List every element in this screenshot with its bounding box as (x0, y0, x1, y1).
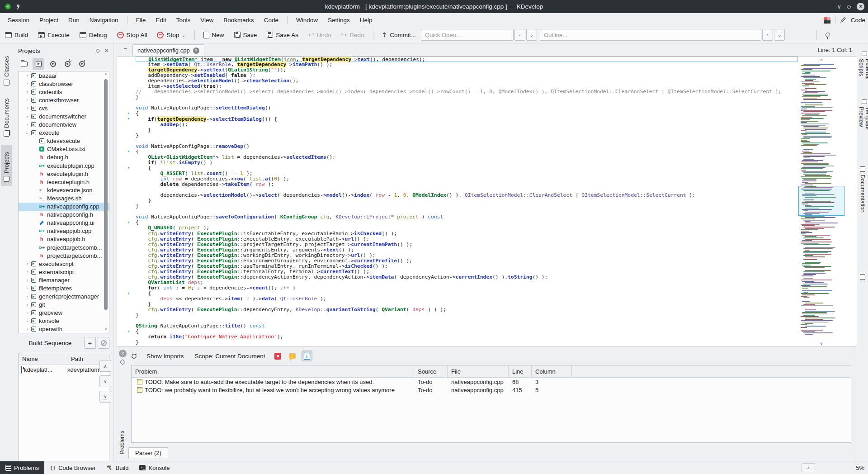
quick-open-dropdown[interactable]: ⌄ (526, 29, 537, 41)
minimap-down-icon[interactable]: ∨ (798, 341, 845, 346)
tree-item-nativeappconfig-cpp[interactable]: c++nativeappconfig.cpp (19, 203, 109, 211)
code-line[interactable]: cfg.writeEntry( ExecutePlugin::dependenc… (136, 275, 798, 280)
stop-button[interactable]: Stop⌄ (153, 29, 189, 41)
chevron-collapsed-icon[interactable]: › (24, 73, 30, 78)
col-column[interactable]: Column (532, 365, 572, 377)
code-line[interactable]: dependencies->selectionModel()->select( … (136, 193, 798, 198)
stop-all-button[interactable]: Stop All (113, 29, 151, 41)
minimap-viewport[interactable] (798, 186, 844, 216)
tree-item-nativeappconfig-h[interactable]: hnativeappconfig.h (19, 211, 109, 219)
project-settings-button[interactable] (76, 58, 88, 70)
code-line[interactable]: void NativeAppConfigPage::saveToConfigur… (136, 214, 798, 220)
tree-item-genericprojectmanager[interactable]: ›genericprojectmanager (19, 293, 109, 301)
tree-item-cmakelists-txt[interactable]: CMakeLists.txt (19, 145, 109, 153)
col-problem[interactable]: Problem (132, 365, 414, 377)
code-area[interactable]: QListWidgetItem* item = new QListWidgetI… (136, 57, 798, 346)
tree-item-nativeappjob-h[interactable]: hnativeappjob.h (19, 235, 109, 243)
code-line[interactable]: QList<QListWidgetItem*> list = dependenc… (136, 155, 798, 160)
code-line[interactable]: } (136, 340, 798, 345)
code-line[interactable]: { (136, 220, 798, 225)
code-line[interactable]: } (136, 204, 798, 209)
chevron-collapsed-icon[interactable]: › (24, 278, 30, 282)
build-button[interactable]: Build (1, 29, 32, 41)
chevron-collapsed-icon[interactable]: › (24, 294, 30, 299)
tree-item-classbrowser[interactable]: ›classbrowser (19, 80, 109, 88)
code-line[interactable]: } (136, 95, 798, 100)
dock-tab-documents[interactable]: Documents (1, 94, 12, 141)
chevron-collapsed-icon[interactable]: › (24, 81, 30, 86)
tree-item-debug-h[interactable]: hdebug.h (19, 153, 109, 161)
tab-nativeappconfig[interactable]: nativeappconfig.cpp × (132, 44, 204, 56)
tree-item-git[interactable]: ›git (19, 301, 109, 309)
tree-item-grepview[interactable]: ›grepview (19, 309, 109, 317)
code-line[interactable]: void NativeAppConfigPage::selectItemDial… (136, 105, 798, 111)
menu-window[interactable]: Window (292, 14, 322, 26)
code-line[interactable]: QString NativeAppConfigPage::title() con… (136, 323, 798, 329)
code-line[interactable]: void NativeAppConfigPage::removeDep() (136, 144, 798, 149)
tree-item-projecttargetscomb-[interactable]: hprojecttargetscomb... (19, 251, 109, 260)
tree-item-nativeappconfig-ui[interactable]: nativeappconfig.ui (19, 219, 109, 227)
chevron-collapsed-icon[interactable]: › (24, 261, 30, 266)
scroll-up-icon[interactable]: ∧ (103, 72, 108, 77)
close-tab-icon[interactable]: × (193, 47, 199, 54)
area-grid-icon[interactable] (824, 17, 830, 24)
tree-item-filetemplates[interactable]: ›filetemplates (19, 284, 109, 292)
code-line[interactable]: } (136, 313, 798, 318)
execute-button[interactable]: Execute (34, 29, 73, 41)
outline-dropdown[interactable]: ⌄ (774, 29, 785, 41)
tree-item-bazaar[interactable]: ›bazaar (19, 71, 109, 80)
fold-marker-icon[interactable]: ▼ (127, 166, 130, 169)
code-line[interactable]: delete dependencies->takeItem( row ); (136, 182, 798, 187)
add-to-build-sequence-button[interactable]: + (84, 337, 96, 349)
code-line[interactable]: addDep(); (136, 122, 798, 128)
editor-gutter[interactable]: ▼▼▼▼▼▼▼ (117, 57, 135, 346)
statusbar-problems-button[interactable]: Problems (0, 461, 44, 474)
menu-tools[interactable]: Tools (172, 14, 195, 26)
tree-item-nativeappjob-cpp[interactable]: c++nativeappjob.cpp (19, 227, 109, 235)
chevron-collapsed-icon[interactable]: › (24, 319, 30, 323)
tree-item-contextbrowser[interactable]: ›contextbrowser (19, 96, 109, 104)
fold-marker-icon[interactable]: ▼ (127, 117, 130, 120)
dock-tab-classes[interactable]: Classes (1, 47, 12, 90)
redo-button[interactable]: ↪Redo (338, 28, 368, 41)
code-line[interactable]: return i18n("Configure Native Applicatio… (136, 334, 798, 340)
area-code-button[interactable]: Code (851, 17, 865, 24)
filter-hints-button[interactable]: i (302, 351, 312, 361)
debug-button[interactable]: Debug (76, 29, 111, 41)
menu-code[interactable]: Code (260, 14, 283, 26)
tree-item-externalscript[interactable]: ›externalscript (19, 268, 109, 276)
code-line[interactable]: } (136, 198, 798, 204)
assistant-button[interactable] (822, 30, 834, 39)
tree-item-filemanager[interactable]: ›filemanager (19, 276, 109, 284)
tree-item-documentview[interactable]: ›documentview (19, 121, 109, 129)
close-button[interactable]: × (857, 3, 864, 10)
chevron-collapsed-icon[interactable]: › (24, 114, 30, 119)
tree-scrollbar[interactable]: ∧ ∨ (103, 72, 108, 332)
scope-button[interactable]: Scope: Current Document (191, 351, 269, 362)
parser-tab[interactable]: Parser (2) (128, 447, 168, 459)
column-header-name[interactable]: Name (19, 353, 67, 365)
chevron-collapsed-icon[interactable]: › (24, 303, 30, 307)
tree-item-executeplugin-cpp[interactable]: c++executeplugin.cpp (19, 161, 109, 170)
tree-item-openwith[interactable]: ›openwith (19, 325, 109, 333)
tree-item-executescript[interactable]: ›executescript (19, 260, 109, 268)
chevron-collapsed-icon[interactable]: › (24, 327, 30, 332)
chevron-expanded-icon[interactable]: ⌄ (24, 131, 30, 135)
reload-project-button[interactable] (61, 58, 73, 70)
chevron-collapsed-icon[interactable]: › (24, 106, 30, 110)
tree-item-kdevexecute-json[interactable]: >_kdevexecute.json (19, 186, 109, 194)
col-line[interactable]: Line (509, 365, 532, 377)
dock-tab-external-scripts[interactable]: External Scripts (857, 48, 868, 93)
build-sequence-row[interactable]: kdevplatf... kdevplatform (19, 365, 109, 374)
move-up-button[interactable]: ∧ (99, 360, 111, 372)
undo-button[interactable]: ↩Undo (305, 28, 335, 41)
fold-marker-icon[interactable]: ▼ (127, 221, 130, 224)
fold-marker-icon[interactable]: ▼ (127, 112, 130, 115)
menu-edit[interactable]: Edit (151, 14, 170, 26)
chevron-collapsed-icon[interactable]: › (24, 123, 30, 127)
tree-item-projecttargetscomb-[interactable]: c++projecttargetscomb... (19, 243, 109, 251)
chevron-collapsed-icon[interactable]: › (24, 270, 30, 274)
move-down-button[interactable]: ∨ (99, 375, 111, 387)
scrollbar-thumb[interactable] (104, 79, 108, 310)
filter-warnings-button[interactable] (287, 351, 298, 361)
